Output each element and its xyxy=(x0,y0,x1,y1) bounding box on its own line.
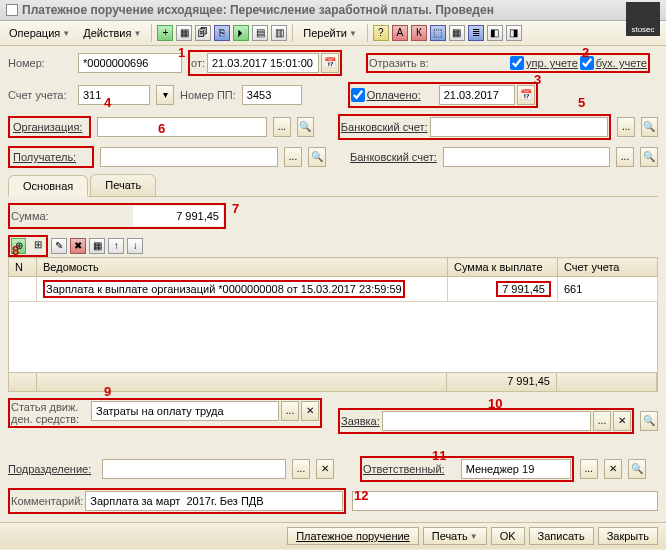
tool-icon-9[interactable]: ⬚ xyxy=(430,25,446,41)
responsible-field[interactable] xyxy=(461,459,571,479)
marker-11: 11 xyxy=(432,448,446,463)
cell-acct: 661 xyxy=(558,277,658,302)
article-clear-icon[interactable]: ✕ xyxy=(301,401,319,421)
grid-add2-icon[interactable]: ⊞ xyxy=(30,238,45,254)
pp-label: Номер ПП: xyxy=(180,89,236,101)
title-bar: Платежное поручение исходящее: Перечисле… xyxy=(0,0,666,21)
comment-field-ext[interactable] xyxy=(352,491,658,511)
marker-3: 3 xyxy=(534,72,541,87)
sum-field[interactable] xyxy=(133,206,223,226)
pp-field[interactable] xyxy=(242,85,302,105)
tool-icon-12[interactable]: ◧ xyxy=(487,25,503,41)
request-more-icon[interactable]: ... xyxy=(593,411,611,431)
cell-ved: Зарплата к выплате организаций *00000000… xyxy=(43,280,405,298)
tool-icon-10[interactable]: ▦ xyxy=(449,25,465,41)
account-label: Счет учета: xyxy=(8,89,72,101)
resp-search-icon[interactable]: 🔍 xyxy=(628,459,646,479)
comment-label: Комментарий: xyxy=(11,495,83,507)
tool-icon-1[interactable]: ▦ xyxy=(176,25,192,41)
grid-del-icon[interactable]: ✖ xyxy=(70,238,86,254)
save-button[interactable]: Записать xyxy=(529,527,594,545)
col-vedomost[interactable]: Ведомость xyxy=(37,258,448,277)
subdiv-label: Подразделение: xyxy=(8,463,96,475)
subdiv-clear-icon[interactable]: ✕ xyxy=(316,459,334,479)
col-n[interactable]: N xyxy=(9,258,37,277)
marker-9: 9 xyxy=(104,384,111,399)
request-field[interactable] xyxy=(382,411,591,431)
tool-icon-13[interactable]: ◨ xyxy=(506,25,522,41)
tool-icon-3[interactable]: ⎘ xyxy=(214,25,230,41)
paid-cal-icon[interactable]: 📅 xyxy=(517,85,535,105)
tab-main[interactable]: Основная xyxy=(8,175,88,197)
bank2-field[interactable] xyxy=(443,147,610,167)
menu-actions[interactable]: Действия▼ xyxy=(78,24,146,42)
sum-label: Сумма: xyxy=(11,210,49,222)
recv-label: Получатель: xyxy=(13,151,76,163)
recv-search-icon[interactable]: 🔍 xyxy=(308,147,326,167)
tabs: Основная Печать xyxy=(8,174,658,197)
grid: N Ведомость Сумма к выплате Счет учета 1… xyxy=(8,257,658,302)
account-field[interactable] xyxy=(78,85,150,105)
grid-down-icon[interactable]: ↓ xyxy=(127,238,143,254)
request-search-icon[interactable]: 🔍 xyxy=(640,411,658,431)
org-field[interactable] xyxy=(97,117,268,137)
org-search-icon[interactable]: 🔍 xyxy=(297,117,314,137)
resp-more-icon[interactable]: ... xyxy=(580,459,598,479)
number-field[interactable] xyxy=(78,53,182,73)
chk-upr-label[interactable]: упр. учете xyxy=(526,57,578,69)
chk-upr[interactable] xyxy=(510,56,524,70)
grid-edit-icon[interactable]: ✎ xyxy=(51,238,67,254)
org-clear-icon[interactable]: ... xyxy=(273,117,290,137)
chk-paid[interactable] xyxy=(351,88,365,102)
chk-bux-label[interactable]: бух. учете xyxy=(596,57,647,69)
article-lbl1: Статья движ. xyxy=(11,401,89,413)
tool-icon-11[interactable]: ≣ xyxy=(468,25,484,41)
article-field[interactable] xyxy=(91,401,279,421)
recv-field[interactable] xyxy=(100,147,278,167)
article-lbl2: ден. средств: xyxy=(11,413,89,425)
resp-clear-icon[interactable]: ✕ xyxy=(604,459,622,479)
subdiv-more-icon[interactable]: ... xyxy=(292,459,310,479)
calendar-icon[interactable]: 📅 xyxy=(321,53,339,73)
bank1-field[interactable] xyxy=(430,117,609,137)
footer-bar: Платежное поручение Печать▼ OK Записать … xyxy=(0,522,666,549)
close-button[interactable]: Закрыть xyxy=(598,527,658,545)
marker-7: 7 xyxy=(232,201,239,216)
print-button[interactable]: Печать▼ xyxy=(423,527,487,545)
bank2-more-icon[interactable]: ... xyxy=(616,147,634,167)
marker-6: 6 xyxy=(158,121,165,136)
paid-date-field[interactable] xyxy=(439,85,515,105)
col-sum[interactable]: Сумма к выплате xyxy=(448,258,558,277)
tool-icon-7[interactable]: А xyxy=(392,25,408,41)
date-field[interactable] xyxy=(207,53,319,73)
subdiv-field[interactable] xyxy=(102,459,286,479)
window-icon xyxy=(6,4,18,16)
col-acct[interactable]: Счет учета xyxy=(558,258,658,277)
account-dd-icon[interactable]: ▾ xyxy=(156,85,174,105)
table-row[interactable]: 1 Зарплата к выплате организаций *000000… xyxy=(9,277,658,302)
pp-link[interactable]: Платежное поручение xyxy=(287,527,419,545)
request-label: Заявка: xyxy=(341,415,380,427)
cell-sum: 7 991,45 xyxy=(496,281,551,297)
grid-up-icon[interactable]: ↑ xyxy=(108,238,124,254)
menu-operation[interactable]: Операция▼ xyxy=(4,24,75,42)
tool-icon-4[interactable]: ⏵ xyxy=(233,25,249,41)
help-icon[interactable]: ? xyxy=(373,25,389,41)
bank1-more-icon[interactable]: ... xyxy=(617,117,634,137)
menu-goto[interactable]: Перейти▼ xyxy=(298,24,362,42)
request-clear-icon[interactable]: ✕ xyxy=(613,411,631,431)
add-icon[interactable]: + xyxy=(157,25,173,41)
bank2-search-icon[interactable]: 🔍 xyxy=(640,147,658,167)
tool-icon-2[interactable]: 🗐 xyxy=(195,25,211,41)
tool-icon-8[interactable]: К xyxy=(411,25,427,41)
ok-button[interactable]: OK xyxy=(491,527,525,545)
marker-2: 2 xyxy=(582,45,589,60)
bank1-search-icon[interactable]: 🔍 xyxy=(641,117,658,137)
grid-copy-icon[interactable]: ▦ xyxy=(89,238,105,254)
comment-field[interactable] xyxy=(85,491,343,511)
article-more-icon[interactable]: ... xyxy=(281,401,299,421)
recv-more-icon[interactable]: ... xyxy=(284,147,302,167)
tool-icon-5[interactable]: ▤ xyxy=(252,25,268,41)
tab-print[interactable]: Печать xyxy=(90,174,156,196)
tool-icon-6[interactable]: ▥ xyxy=(271,25,287,41)
